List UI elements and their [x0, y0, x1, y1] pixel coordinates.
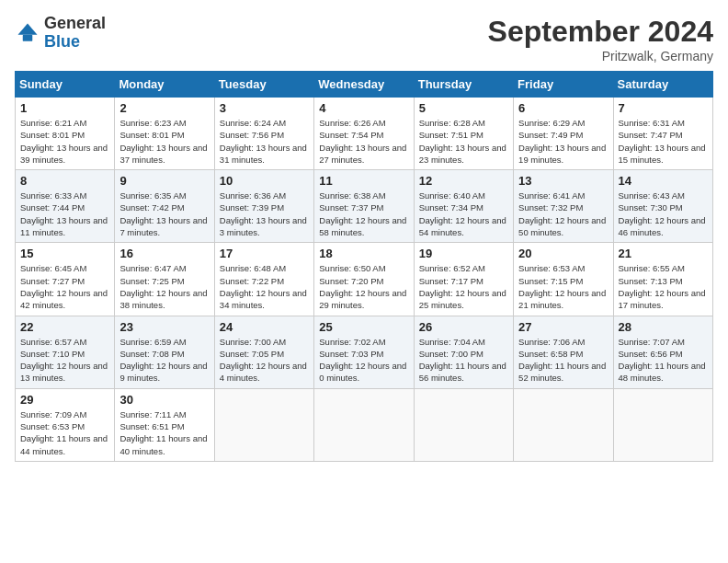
- col-header-tuesday: Tuesday: [214, 72, 313, 98]
- calendar-cell: 14 Sunrise: 6:43 AMSunset: 7:30 PMDaylig…: [613, 170, 712, 243]
- calendar-table: SundayMondayTuesdayWednesdayThursdayFrid…: [15, 71, 713, 462]
- day-info: Sunrise: 7:07 AMSunset: 6:56 PMDaylight:…: [619, 336, 708, 385]
- calendar-cell: 19 Sunrise: 6:52 AMSunset: 7:17 PMDaylig…: [414, 243, 513, 316]
- day-number: 4: [319, 101, 408, 115]
- month-title: September 2024: [488, 15, 713, 49]
- page-header: General Blue September 2024 Pritzwalk, G…: [15, 15, 713, 63]
- day-number: 13: [518, 174, 608, 188]
- day-number: 6: [518, 101, 608, 115]
- day-info: Sunrise: 7:11 AMSunset: 6:51 PMDaylight:…: [119, 408, 209, 457]
- calendar-cell: 10 Sunrise: 6:36 AMSunset: 7:39 PMDaylig…: [214, 170, 313, 243]
- calendar-cell: 1 Sunrise: 6:21 AMSunset: 8:01 PMDayligh…: [16, 98, 115, 170]
- day-info: Sunrise: 7:00 AMSunset: 7:05 PMDaylight:…: [220, 336, 309, 385]
- calendar-cell: 29 Sunrise: 7:09 AMSunset: 6:53 PMDaylig…: [16, 388, 115, 461]
- day-info: Sunrise: 6:50 AMSunset: 7:20 PMDaylight:…: [319, 262, 408, 311]
- day-info: Sunrise: 6:38 AMSunset: 7:37 PMDaylight:…: [319, 190, 408, 238]
- calendar-week-row: 8 Sunrise: 6:33 AMSunset: 7:44 PMDayligh…: [16, 170, 713, 243]
- day-info: Sunrise: 6:35 AMSunset: 7:42 PMDaylight:…: [119, 190, 209, 238]
- calendar-cell: 24 Sunrise: 7:00 AMSunset: 7:05 PMDaylig…: [214, 316, 313, 388]
- day-info: Sunrise: 6:57 AMSunset: 7:10 PMDaylight:…: [20, 336, 109, 385]
- day-number: 2: [119, 101, 209, 115]
- calendar-cell: 6 Sunrise: 6:29 AMSunset: 7:49 PMDayligh…: [514, 98, 613, 170]
- day-number: 20: [518, 247, 608, 260]
- day-number: 29: [20, 393, 109, 407]
- day-number: 24: [220, 320, 309, 334]
- calendar-cell: 25 Sunrise: 7:02 AMSunset: 7:03 PMDaylig…: [314, 316, 414, 388]
- calendar-cell: 2 Sunrise: 6:23 AMSunset: 8:01 PMDayligh…: [115, 98, 214, 170]
- day-number: 8: [20, 174, 109, 188]
- day-number: 15: [20, 247, 109, 260]
- day-info: Sunrise: 7:04 AMSunset: 7:00 PMDaylight:…: [419, 336, 508, 385]
- day-info: Sunrise: 6:47 AMSunset: 7:25 PMDaylight:…: [119, 262, 209, 311]
- calendar-cell: 17 Sunrise: 6:48 AMSunset: 7:22 PMDaylig…: [214, 243, 313, 316]
- day-info: Sunrise: 6:26 AMSunset: 7:54 PMDaylight:…: [319, 117, 408, 166]
- calendar-week-row: 22 Sunrise: 6:57 AMSunset: 7:10 PMDaylig…: [16, 316, 713, 388]
- calendar-cell: [514, 388, 613, 461]
- day-number: 22: [20, 320, 109, 334]
- day-info: Sunrise: 6:53 AMSunset: 7:15 PMDaylight:…: [518, 262, 608, 311]
- col-header-wednesday: Wednesday: [314, 72, 414, 98]
- calendar-cell: 23 Sunrise: 6:59 AMSunset: 7:08 PMDaylig…: [115, 316, 214, 388]
- calendar-cell: [214, 388, 313, 461]
- day-info: Sunrise: 6:45 AMSunset: 7:27 PMDaylight:…: [20, 262, 109, 311]
- day-number: 25: [319, 320, 408, 334]
- calendar-cell: 8 Sunrise: 6:33 AMSunset: 7:44 PMDayligh…: [16, 170, 115, 243]
- day-number: 21: [619, 247, 708, 260]
- day-number: 3: [220, 101, 309, 115]
- day-info: Sunrise: 6:23 AMSunset: 8:01 PMDaylight:…: [119, 117, 209, 166]
- calendar-cell: 5 Sunrise: 6:28 AMSunset: 7:51 PMDayligh…: [414, 98, 513, 170]
- calendar-cell: 16 Sunrise: 6:47 AMSunset: 7:25 PMDaylig…: [115, 243, 214, 316]
- calendar-cell: 3 Sunrise: 6:24 AMSunset: 7:56 PMDayligh…: [214, 98, 313, 170]
- day-info: Sunrise: 6:40 AMSunset: 7:34 PMDaylight:…: [419, 190, 508, 238]
- calendar-cell: 13 Sunrise: 6:41 AMSunset: 7:32 PMDaylig…: [514, 170, 613, 243]
- day-info: Sunrise: 7:06 AMSunset: 6:58 PMDaylight:…: [518, 336, 608, 385]
- day-number: 7: [619, 101, 708, 115]
- calendar-week-row: 1 Sunrise: 6:21 AMSunset: 8:01 PMDayligh…: [16, 98, 713, 170]
- day-number: 11: [319, 174, 408, 188]
- day-number: 28: [619, 320, 708, 334]
- logo-general: General: [44, 14, 106, 32]
- calendar-header-row: SundayMondayTuesdayWednesdayThursdayFrid…: [16, 72, 713, 98]
- calendar-cell: 26 Sunrise: 7:04 AMSunset: 7:00 PMDaylig…: [414, 316, 513, 388]
- day-info: Sunrise: 6:28 AMSunset: 7:51 PMDaylight:…: [419, 117, 508, 166]
- day-info: Sunrise: 7:02 AMSunset: 7:03 PMDaylight:…: [319, 336, 408, 385]
- calendar-cell: 4 Sunrise: 6:26 AMSunset: 7:54 PMDayligh…: [314, 98, 414, 170]
- day-info: Sunrise: 6:21 AMSunset: 8:01 PMDaylight:…: [20, 117, 109, 166]
- logo: General Blue: [15, 15, 106, 52]
- calendar-cell: [314, 388, 414, 461]
- calendar-cell: [613, 388, 712, 461]
- day-info: Sunrise: 6:43 AMSunset: 7:30 PMDaylight:…: [619, 190, 708, 238]
- day-number: 23: [119, 320, 209, 334]
- day-number: 17: [220, 247, 309, 260]
- day-info: Sunrise: 6:31 AMSunset: 7:47 PMDaylight:…: [619, 117, 708, 166]
- title-block: September 2024 Pritzwalk, Germany: [488, 15, 713, 63]
- calendar-cell: 15 Sunrise: 6:45 AMSunset: 7:27 PMDaylig…: [16, 243, 115, 316]
- day-number: 12: [419, 174, 508, 188]
- calendar-cell: 11 Sunrise: 6:38 AMSunset: 7:37 PMDaylig…: [314, 170, 414, 243]
- day-number: 14: [619, 174, 708, 188]
- day-number: 16: [119, 247, 209, 260]
- day-number: 19: [419, 247, 508, 260]
- location: Pritzwalk, Germany: [488, 49, 713, 63]
- col-header-friday: Friday: [514, 72, 613, 98]
- calendar-cell: 27 Sunrise: 7:06 AMSunset: 6:58 PMDaylig…: [514, 316, 613, 388]
- col-header-saturday: Saturday: [613, 72, 712, 98]
- calendar-week-row: 15 Sunrise: 6:45 AMSunset: 7:27 PMDaylig…: [16, 243, 713, 316]
- day-info: Sunrise: 6:41 AMSunset: 7:32 PMDaylight:…: [518, 190, 608, 238]
- calendar-week-row: 29 Sunrise: 7:09 AMSunset: 6:53 PMDaylig…: [16, 388, 713, 461]
- calendar-cell: 22 Sunrise: 6:57 AMSunset: 7:10 PMDaylig…: [16, 316, 115, 388]
- day-number: 18: [319, 247, 408, 260]
- calendar-cell: 28 Sunrise: 7:07 AMSunset: 6:56 PMDaylig…: [613, 316, 712, 388]
- svg-marker-0: [18, 23, 38, 34]
- day-number: 30: [119, 393, 209, 407]
- logo-blue: Blue: [44, 32, 80, 51]
- svg-rect-1: [23, 35, 33, 41]
- col-header-thursday: Thursday: [414, 72, 513, 98]
- col-header-monday: Monday: [115, 72, 214, 98]
- day-info: Sunrise: 6:33 AMSunset: 7:44 PMDaylight:…: [20, 190, 109, 238]
- day-number: 1: [20, 101, 109, 115]
- day-number: 10: [220, 174, 309, 188]
- day-info: Sunrise: 6:55 AMSunset: 7:13 PMDaylight:…: [619, 262, 708, 311]
- logo-icon: [15, 20, 40, 46]
- calendar-cell: 7 Sunrise: 6:31 AMSunset: 7:47 PMDayligh…: [613, 98, 712, 170]
